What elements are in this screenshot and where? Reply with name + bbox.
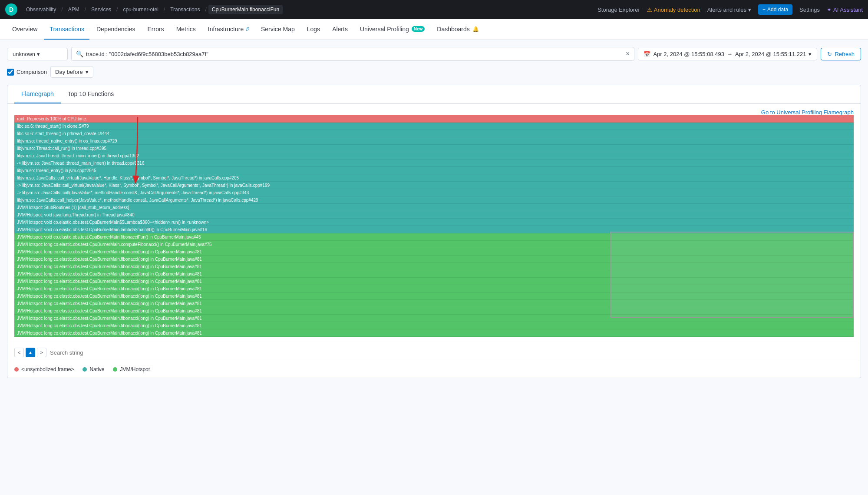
tab-universal-profiling[interactable]: Universal Profiling New [355,20,430,40]
filter-bar: unknown ▾ 🔍 × 📅 Apr 2, 2024 @ 15:55:08.4… [7,47,861,61]
chevron-down-icon: ▾ [37,51,40,57]
tab-top-10-functions[interactable]: Top 10 Functions [61,85,121,103]
flame-row[interactable]: libc.so.6: thread_start() in clone.S#79 [14,123,854,130]
flame-row[interactable]: -> libjvm.so: JavaCalls::call_virtual(Ja… [14,182,854,189]
flame-row[interactable]: libjvm.so: JavaCalls::call_virtual(JavaV… [14,174,854,182]
legend-jvm: JVM/Hotspot [113,366,150,372]
legend-native: Native [83,366,104,372]
tab-service-map[interactable]: Service Map [256,20,300,40]
beta-badge: β [246,27,249,31]
flame-row[interactable]: libjvm.so: Thread::call_run() in thread.… [14,145,854,152]
flame-row[interactable]: JVM/Hotspot: void java.lang.Thread.run()… [14,211,854,219]
navigation-arrows: < ▲ > [14,348,46,357]
storage-explorer-link[interactable]: Storage Explorer [597,7,640,13]
refresh-button[interactable]: ↻ Refresh [821,48,861,60]
settings-link[interactable]: Settings [799,7,820,13]
flame-row[interactable]: JVM/Hotspot: long co.elastic.obs.test.Cp… [14,307,854,315]
unsymbolized-color-dot [14,367,19,372]
flame-row[interactable]: libjvm.so: thread_native_entry() in os_l… [14,137,854,145]
tab-alerts[interactable]: Alerts [327,20,353,40]
flame-row[interactable]: JVM/Hotspot: long co.elastic.obs.test.Cp… [14,329,854,337]
flame-row[interactable]: root: Represents 100% of CPU time. [14,115,854,123]
flame-row[interactable]: JVM/Hotspot: long co.elastic.obs.test.Cp… [14,315,854,322]
flame-row[interactable]: JVM/Hotspot: long co.elastic.obs.test.Cp… [14,292,854,300]
flamegraph-panel: Flamegraph Top 10 Functions Go to Univer… [7,85,861,378]
refresh-icon: ↻ [827,51,832,57]
breadcrumb-observability[interactable]: Observability [23,5,59,14]
tab-flamegraph[interactable]: Flamegraph [14,85,61,103]
plus-icon: + [762,7,766,13]
chevron-down-icon: ▾ [748,7,751,13]
flame-row[interactable]: JVM/Hotspot: StubRoutines (1) [call_stub… [14,204,854,211]
add-data-button[interactable]: + Add data [758,4,792,15]
clear-search-button[interactable]: × [626,50,630,58]
date-range-picker[interactable]: 📅 Apr 2, 2024 @ 15:55:08.493 → Apr 2, 20… [638,48,817,60]
flame-row[interactable]: libjvm.so: JavaCalls::call_helper(JavaVa… [14,196,854,204]
anomaly-detection-link[interactable]: ⚠ Anomaly detection [647,7,700,13]
bell-icon: 🔔 [472,26,479,32]
breadcrumb-services[interactable]: Services [88,5,115,14]
nav-right-section: Storage Explorer ⚠ Anomaly detection Ale… [597,4,863,15]
flamegraph-bottom-bar: < ▲ > [7,344,861,361]
flame-row[interactable]: -> libjvm.so: JavaCalls::call(JavaValue*… [14,189,854,196]
tab-errors[interactable]: Errors [142,20,169,40]
chevron-down-icon: ▾ [86,69,89,75]
secondary-navigation: Overview Transactions Dependencies Error… [0,19,868,40]
main-content: unknown ▾ 🔍 × 📅 Apr 2, 2024 @ 15:55:08.4… [0,40,868,495]
flame-row[interactable]: JVM/Hotspot: long co.elastic.obs.test.Cp… [14,270,854,278]
flame-row[interactable]: JVM/Hotspot: void co.elastic.obs.test.Cp… [14,226,854,233]
legend-unsymbolized: <unsymbolized frame> [14,366,74,372]
next-frame-button[interactable]: > [37,348,46,357]
flamegraph-tabs: Flamegraph Top 10 Functions [7,85,861,104]
flame-row[interactable]: libc.so.6: start_thread() in pthread_cre… [14,130,854,137]
flamegraph-legend: <unsymbolized frame> Native JVM/Hotspot [7,361,861,378]
flame-row[interactable]: -> libjvm.so: JavaThread::thread_main_in… [14,159,854,167]
go-to-profiling-link[interactable]: Go to Universal Profiling Flamegraph [761,109,854,116]
anomaly-icon: ⚠ [647,7,652,13]
breadcrumb-service-name[interactable]: cpu-burner-otel [119,5,162,14]
new-badge: New [412,26,425,32]
flamegraph-content: Go to Universal Profiling Flamegraph roo… [7,104,861,344]
search-icon: 🔍 [76,50,83,57]
search-input[interactable] [86,51,623,57]
comparison-bar: Comparison Day before ▾ [7,66,861,78]
tab-transactions[interactable]: Transactions [44,20,89,40]
calendar-icon: 📅 [644,51,650,57]
flame-row[interactable]: JVM/Hotspot: long co.elastic.obs.test.Cp… [14,256,854,263]
flame-row[interactable]: JVM/Hotspot: long co.elastic.obs.test.Cp… [14,241,854,248]
flame-row[interactable]: JVM/Hotspot: long co.elastic.obs.test.Cp… [14,285,854,292]
breadcrumb-current-page[interactable]: CpuBurnerMain.fibonacciFun [208,5,283,14]
tab-logs[interactable]: Logs [302,20,325,40]
tab-overview[interactable]: Overview [7,20,43,40]
flame-row[interactable]: JVM/Hotspot: long co.elastic.obs.test.Cp… [14,322,854,329]
focus-frame-button[interactable]: ▲ [26,348,35,357]
tab-infrastructure[interactable]: Infrastructure β [203,20,254,40]
environment-dropdown[interactable]: unknown ▾ [7,48,68,60]
prev-frame-button[interactable]: < [14,348,24,357]
flame-row[interactable]: libjvm.so: thread_entry() in jvm.cpp#284… [14,167,854,174]
ai-assistant-button[interactable]: ✦ AI Assistant [827,7,863,13]
tab-metrics[interactable]: Metrics [171,20,201,40]
flamegraph-search-input[interactable] [50,349,123,356]
flamegraph-visualization: root: Represents 100% of CPU time.libc.s… [14,115,854,337]
native-color-dot [83,367,87,372]
alerts-rules-link[interactable]: Alerts and rules ▾ [707,7,751,13]
top-navigation: D Observability / APM / Services / cpu-b… [0,0,868,19]
comparison-checkbox[interactable] [7,69,14,76]
flame-row[interactable]: JVM/Hotspot: long co.elastic.obs.test.Cp… [14,248,854,256]
jvm-color-dot [113,367,117,372]
app-logo: D [5,3,17,16]
tab-dependencies[interactable]: Dependencies [91,20,141,40]
breadcrumb-apm[interactable]: APM [65,5,83,14]
flame-row[interactable]: JVM/Hotspot: void co.elastic.obs.test.Cp… [14,219,854,226]
flame-row[interactable]: JVM/Hotspot: long co.elastic.obs.test.Cp… [14,278,854,285]
flame-row[interactable]: libjvm.so: JavaThread::thread_main_inner… [14,152,854,159]
flame-row[interactable]: JVM/Hotspot: void co.elastic.obs.test.Cp… [14,233,854,241]
chevron-down-icon: ▾ [809,51,812,57]
breadcrumb-transactions[interactable]: Transactions [167,5,203,14]
comparison-period-dropdown[interactable]: Day before ▾ [50,66,93,78]
tab-dashboards[interactable]: Dashboards 🔔 [432,20,484,40]
flame-row[interactable]: JVM/Hotspot: long co.elastic.obs.test.Cp… [14,300,854,307]
comparison-checkbox-label[interactable]: Comparison [7,69,47,76]
flame-row[interactable]: JVM/Hotspot: long co.elastic.obs.test.Cp… [14,263,854,270]
